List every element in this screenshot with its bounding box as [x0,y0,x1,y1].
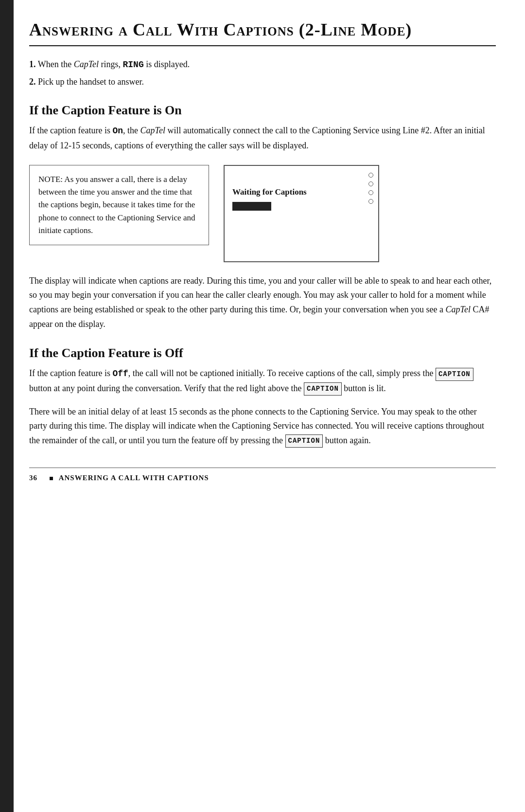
captel-italic2: CapTel [446,305,471,314]
footer-bullet [50,477,53,480]
screen-mockup: Waiting for Captions [224,165,379,262]
screen-dot-4 [368,199,373,204]
screen-dots [368,173,373,204]
note-box-text: NOTE: As you answer a call, there is a d… [38,175,195,235]
footer: 36 ANSWERING A CALL WITH CAPTIONS [29,474,496,482]
screen-progress-bar [232,202,271,211]
off-label: Off [112,369,128,379]
main-content: Answering a Call With Captions (2-Line M… [29,0,496,511]
captel-italic1: CapTel [140,126,165,135]
step-1-ring: RING [123,60,144,70]
on-label: On [112,126,123,136]
section1-heading: If the Caption Feature is On [29,103,496,118]
step-1: 1. When the CapTel rings, RING is displa… [29,58,496,72]
section2-body1: If the caption feature is Off, the call … [29,366,496,396]
step-2-number: 2. [29,77,36,87]
step-1-number: 1. [29,59,36,69]
screen-dot-2 [368,181,373,186]
note-and-screen: NOTE: As you answer a call, there is a d… [29,165,496,262]
caption-button-inline-1: CAPTION [436,368,473,381]
section1-body2: The display will indicate when captions … [29,274,496,332]
caption-button-inline-2: CAPTION [304,382,342,396]
step-2: 2. Pick up the handset to answer. [29,75,496,89]
screen-waiting-text: Waiting for Captions [232,187,370,197]
section1-body1: If the caption feature is On, the CapTel… [29,124,496,153]
note-box: NOTE: As you answer a call, there is a d… [29,165,209,246]
section2-heading: If the Caption Feature is Off [29,346,496,361]
caption-button-inline-3: CAPTION [285,434,323,448]
step-list: 1. When the CapTel rings, RING is displa… [29,58,496,89]
section2-body2: There will be an initial delay of at lea… [29,405,496,448]
footer-label: ANSWERING A CALL WITH CAPTIONS [59,474,209,482]
left-decorative-bar [0,0,14,812]
step-1-captel: CapTel [74,59,99,69]
footer-page-number: 36 [29,474,37,482]
screen-dot-3 [368,190,373,195]
page-title: Answering a Call With Captions (2-Line M… [29,19,496,46]
footer-rule [29,468,496,468]
screen-dot-1 [368,173,373,178]
